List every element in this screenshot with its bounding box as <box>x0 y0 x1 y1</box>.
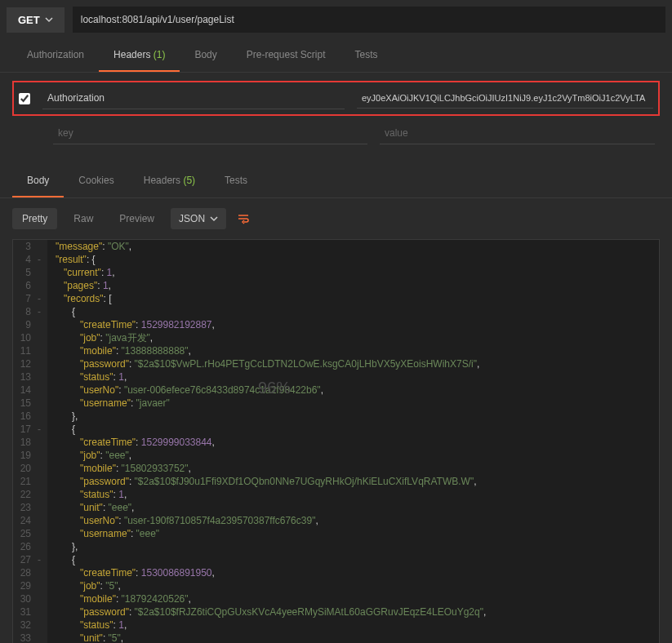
wrap-icon <box>237 212 250 225</box>
method-label: GET <box>18 14 40 26</box>
headers-panel: Authorization eyJ0eXAiOiJKV1QiLCJhbGciOi… <box>0 73 672 153</box>
tab-body[interactable]: Body <box>180 39 231 72</box>
resp-tab-cookies[interactable]: Cookies <box>64 165 128 197</box>
tab-authorization[interactable]: Authorization <box>12 39 99 72</box>
header-value-input[interactable]: eyJ0eXAiOiJKV1QiLCJhbGciOiJIUzI1NiJ9.eyJ… <box>357 88 653 109</box>
header-key-input[interactable]: Authorization <box>42 87 345 109</box>
response-tabs: Body Cookies Headers (5) Tests <box>0 165 672 198</box>
tab-headers[interactable]: Headers (1) <box>99 39 180 72</box>
resp-tab-body[interactable]: Body <box>12 165 64 197</box>
format-select[interactable]: JSON <box>171 208 226 229</box>
chevron-down-icon <box>210 215 218 223</box>
new-value-input[interactable]: value <box>380 122 655 144</box>
new-header-row: key value <box>12 122 660 144</box>
http-method-select[interactable]: GET <box>7 7 65 33</box>
view-raw[interactable]: Raw <box>64 208 103 229</box>
header-row: Authorization eyJ0eXAiOiJKV1QiLCJhbGciOi… <box>12 81 660 116</box>
view-bar: Pretty Raw Preview JSON <box>0 198 672 239</box>
url-input[interactable] <box>73 7 665 33</box>
request-tabs: Authorization Headers (1) Body Pre-reque… <box>0 39 672 73</box>
new-key-input[interactable]: key <box>53 122 367 144</box>
view-pretty[interactable]: Pretty <box>12 208 57 229</box>
chevron-down-icon <box>45 16 53 24</box>
response-body[interactable]: 96% 3 "message": "OK",4- "result": {5 "c… <box>12 239 660 643</box>
tab-tests[interactable]: Tests <box>340 39 392 72</box>
resp-tab-headers[interactable]: Headers (5) <box>129 165 210 197</box>
header-enabled-checkbox[interactable] <box>19 93 30 104</box>
resp-tab-tests[interactable]: Tests <box>210 165 262 197</box>
wrap-lines-button[interactable] <box>233 208 254 229</box>
view-preview[interactable]: Preview <box>109 208 164 229</box>
tab-prerequest[interactable]: Pre-request Script <box>232 39 340 72</box>
